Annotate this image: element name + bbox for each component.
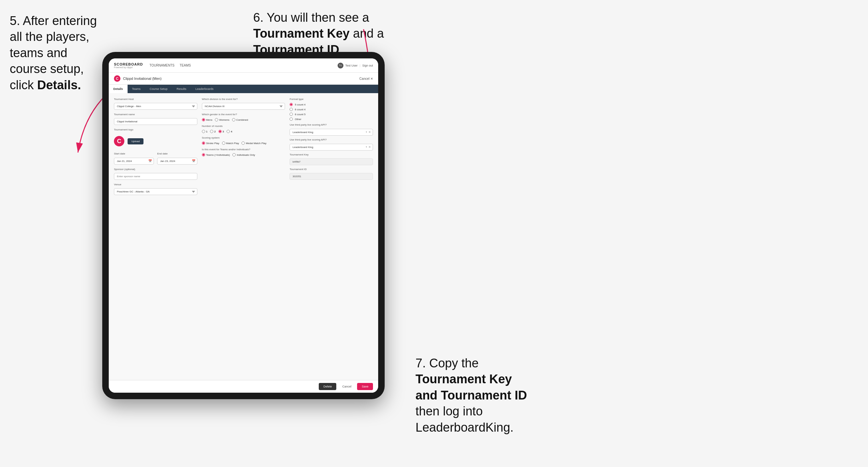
- teams-plus-radio[interactable]: [202, 153, 205, 156]
- third-party-1-label: Use third-party live scoring API?: [289, 123, 373, 126]
- tournament-title: Clippd Invitational (Men): [123, 76, 162, 81]
- tab-results[interactable]: Results: [172, 85, 191, 93]
- individuals-radio[interactable]: [232, 153, 236, 156]
- teams-plus-individuals[interactable]: Teams (+Individuals): [202, 153, 230, 156]
- round-1-radio[interactable]: [202, 130, 205, 133]
- venue-group: Venue Peachtree GC - Atlanta - GA: [114, 183, 197, 195]
- gender-womens-radio[interactable]: [215, 118, 218, 121]
- format-5count4-radio[interactable]: [289, 103, 293, 106]
- nav-links: TOURNAMENTS TEAMS: [149, 64, 191, 67]
- round-4[interactable]: 4: [226, 130, 232, 133]
- tab-leaderboards[interactable]: Leaderboards: [191, 85, 218, 93]
- end-date-input[interactable]: [157, 158, 197, 164]
- calendar-end-icon: 📅: [192, 159, 195, 163]
- format-6count4-radio[interactable]: [289, 108, 293, 111]
- sponsor-input[interactable]: [114, 173, 197, 180]
- gender-womens[interactable]: Womens: [215, 118, 229, 121]
- main-content: Tournament Host Clippd College - Men Tou…: [109, 93, 378, 380]
- round-1[interactable]: 1: [202, 130, 208, 133]
- annotation-left-line5: click: [10, 78, 37, 92]
- scoring-medal-radio[interactable]: [242, 142, 245, 145]
- scoring-match-label: Match Play: [226, 142, 239, 145]
- format-6count4-label: 6 count 4: [295, 108, 306, 111]
- round-2[interactable]: 2: [210, 130, 216, 133]
- content-grid: Tournament Host Clippd College - Men Tou…: [114, 98, 373, 195]
- gender-combined[interactable]: Combined: [232, 118, 248, 121]
- format-6count5[interactable]: 6 count 5: [289, 113, 373, 116]
- format-list: 5 count 4 6 count 4 6 count 5: [289, 103, 373, 121]
- nav-logo: SCOREBOARD Powered by clippd: [114, 62, 143, 68]
- venue-select[interactable]: Peachtree GC - Atlanta - GA: [114, 188, 197, 195]
- scoring-match[interactable]: Match Play: [222, 142, 239, 145]
- annotation-left-line4: course setup,: [10, 62, 84, 75]
- format-other[interactable]: Other: [289, 118, 373, 121]
- format-5count4[interactable]: 5 count 4: [289, 103, 373, 106]
- tablet-device: SCOREBOARD Powered by clippd TOURNAMENTS…: [102, 52, 385, 399]
- clear-2-button[interactable]: ✕: [368, 145, 371, 149]
- user-avatar: TU: [338, 63, 343, 68]
- delete-button[interactable]: Delete: [319, 383, 336, 390]
- nav-link-teams[interactable]: TEAMS: [180, 64, 191, 67]
- round-2-label: 2: [214, 130, 216, 133]
- format-6count4[interactable]: 6 count 4: [289, 108, 373, 111]
- nav-link-tournaments[interactable]: TOURNAMENTS: [149, 64, 174, 67]
- gender-mens[interactable]: Mens: [202, 118, 213, 121]
- tournament-name-group: Tournament name: [114, 113, 197, 125]
- dropdown-2-icon: ▾: [366, 146, 367, 148]
- annotation-bottom-right-line5: LeaderboardKing.: [415, 421, 514, 434]
- date-row: Start date 📅 End date 📅: [114, 152, 197, 164]
- save-button[interactable]: Save: [357, 383, 373, 390]
- format-other-label: Other: [295, 118, 301, 121]
- annotation-top-right-text: and a: [350, 27, 384, 40]
- gender-combined-radio[interactable]: [232, 118, 235, 121]
- gender-mens-radio[interactable]: [202, 118, 205, 121]
- round-2-radio[interactable]: [210, 130, 213, 133]
- tournament-logo-group: Tournament logo C Upload: [114, 128, 197, 149]
- tab-details[interactable]: Details: [109, 85, 128, 93]
- tournament-name-input[interactable]: [114, 118, 197, 125]
- format-other-radio[interactable]: [289, 118, 293, 121]
- cancel-link[interactable]: Cancel ✕: [359, 77, 373, 81]
- third-party-2-group: Use third-party live scoring API? ▾ ✕: [289, 138, 373, 151]
- individuals-only[interactable]: Individuals Only: [232, 153, 255, 156]
- round-4-radio[interactable]: [226, 130, 230, 133]
- third-party-1-wrap: ▾ ✕: [289, 128, 373, 136]
- tab-course-setup[interactable]: Course Setup: [145, 85, 172, 93]
- teams-plus-label: Teams (+Individuals): [206, 154, 230, 156]
- tournament-key-group: Tournament Key b4f9b7: [289, 153, 373, 165]
- annotation-bottom-right: 7. Copy the Tournament Key and Tournamen…: [415, 355, 578, 436]
- clear-1-button[interactable]: ✕: [368, 130, 371, 134]
- col-mid: Which division is the event for? NCAA Di…: [202, 98, 285, 195]
- annotation-left: 5. After entering all the players, teams…: [10, 13, 104, 93]
- rounds-row: 1 2 3 4: [202, 130, 285, 133]
- teams-group: Is this event for Teams and/or Individua…: [202, 148, 285, 156]
- round-3-radio[interactable]: [218, 130, 222, 133]
- sign-out-link[interactable]: Sign out: [362, 64, 373, 67]
- nav-bar: SCOREBOARD Powered by clippd TOURNAMENTS…: [109, 58, 378, 73]
- format-6count5-radio[interactable]: [289, 113, 293, 116]
- scoring-medal[interactable]: Medal Match Play: [242, 142, 267, 145]
- tablet-screen: SCOREBOARD Powered by clippd TOURNAMENTS…: [109, 58, 378, 393]
- tab-teams[interactable]: Teams: [128, 85, 146, 93]
- third-party-1-input[interactable]: [289, 129, 373, 136]
- annotation-left-line2: all the players,: [10, 30, 89, 43]
- third-party-2-input[interactable]: [289, 144, 373, 151]
- logo-area: C Upload: [114, 133, 197, 149]
- sponsor-group: Sponsor (optional): [114, 168, 197, 180]
- upload-button[interactable]: Upload: [128, 138, 144, 145]
- start-date-input[interactable]: [114, 158, 154, 164]
- annotation-bottom-right-bold2: and Tournament ID: [415, 388, 527, 402]
- cancel-button[interactable]: Cancel: [339, 383, 354, 390]
- round-3[interactable]: 3: [218, 130, 224, 133]
- tournament-host-select[interactable]: Clippd College - Men: [114, 103, 197, 110]
- gender-combined-label: Combined: [236, 119, 248, 121]
- scoring-match-radio[interactable]: [222, 142, 225, 145]
- gender-womens-label: Womens: [219, 119, 229, 121]
- gender-label: Which gender is the event for?: [202, 113, 285, 116]
- tournament-header: C Clippd Invitational (Men) Cancel ✕: [109, 73, 378, 85]
- nav-logo-sub: Powered by clippd: [114, 66, 143, 68]
- scoring-stroke-radio[interactable]: [202, 142, 205, 145]
- tournament-key-value: b4f9b7: [289, 158, 373, 165]
- division-select[interactable]: NCAA Division III: [202, 103, 285, 110]
- scoring-stroke[interactable]: Stroke Play: [202, 142, 219, 145]
